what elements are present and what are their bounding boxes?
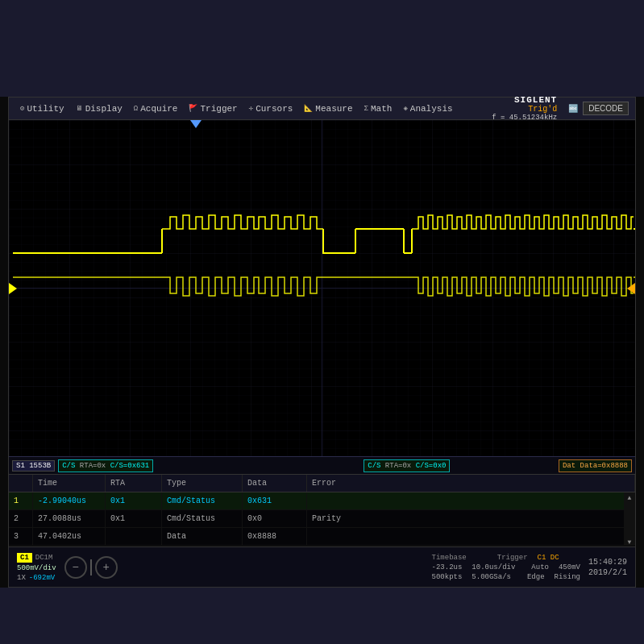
td-time-3: 47.0402us	[33, 528, 106, 545]
table-scrollbar[interactable]: ▲ ▼	[624, 492, 635, 546]
datetime-display: 15:40:29 2019/2/1	[588, 558, 627, 577]
td-type-1: Cmd/Status	[162, 492, 243, 509]
th-error: Error	[307, 475, 635, 492]
td-rta-3	[106, 528, 162, 545]
trigger-type: Edge	[527, 573, 545, 581]
trigger-arrow-top	[190, 120, 202, 128]
menu-measure[interactable]: 📐 Measure	[299, 102, 357, 115]
trigger-level: 450mV	[559, 563, 580, 571]
decode-button[interactable]: DECODE	[583, 102, 629, 115]
utility-icon: ⚙	[20, 104, 24, 113]
channel-info: C1 DC1M 500mV/div 1X -692mV	[17, 553, 56, 582]
menu-cursors[interactable]: ✛ Cursors	[244, 102, 298, 115]
scope-container: ⚙ Utility 🖥 Display Ω Acquire 🚩 Trigger …	[8, 97, 636, 588]
bottom-padding	[0, 588, 644, 644]
table-row[interactable]: 1 -2.99040us 0x1 Cmd/Status 0x631	[9, 492, 635, 510]
menu-utility[interactable]: ⚙ Utility	[15, 102, 69, 115]
status-bar: C1 DC1M 500mV/div 1X -692mV − + Timebas	[9, 546, 635, 587]
knob-minus[interactable]: −	[64, 556, 87, 579]
th-num	[9, 475, 33, 492]
timebase-position: -23.2us	[432, 563, 463, 571]
measure-icon: 📐	[304, 104, 313, 113]
td-error-2: Parity	[307, 510, 635, 527]
ch1-probe: 1X	[17, 574, 26, 582]
timebase-samplerate: 5.00GSa/s	[472, 573, 511, 581]
analysis-icon: ◈	[403, 104, 407, 113]
trigger-direction: Rising	[555, 573, 580, 581]
table-row[interactable]: 3 47.0402us Data 0x8888	[9, 528, 635, 546]
math-icon: Σ	[364, 105, 368, 113]
menu-trigger[interactable]: 🚩 Trigger	[184, 102, 242, 115]
decode-segment-3: Dat Data=0x8888	[559, 459, 632, 472]
th-type: Type	[162, 475, 243, 492]
timebase-label: Timebase	[432, 554, 467, 562]
knob-plus[interactable]: +	[95, 556, 118, 579]
decode-segment-1: C/S RTA=0x C/S=0x631	[58, 459, 153, 472]
time-display: 15:40:29	[588, 558, 627, 567]
brand-name: SIGLENT	[514, 95, 557, 105]
td-time-2: 27.0088us	[33, 510, 106, 527]
ch1-coupling: DC1M	[35, 554, 53, 562]
decode-channel-label: S1 1553B	[12, 460, 55, 472]
decode-bar: S1 1553B C/S RTA=0x C/S=0x631 C/S RTA=0x…	[9, 456, 635, 474]
scroll-up-arrow[interactable]: ▲	[628, 494, 632, 501]
td-type-2: Cmd/Status	[162, 510, 243, 527]
table-body: 1 -2.99040us 0x1 Cmd/Status 0x631 2 27.0…	[9, 492, 635, 546]
td-type-3: Data	[162, 528, 243, 545]
td-num-1: 1	[9, 492, 33, 509]
acquire-icon: Ω	[134, 105, 138, 113]
cursors-icon: ✛	[249, 104, 253, 113]
timebase-scale: 10.0us/div	[472, 563, 515, 571]
ch1-indicator	[9, 283, 17, 294]
th-data: Data	[243, 475, 307, 492]
table-header: Time RTA Type Data Error	[9, 475, 635, 492]
top-padding	[0, 0, 644, 97]
timebase-memory: 500kpts	[432, 573, 463, 581]
table-row[interactable]: 2 27.0088us 0x1 Cmd/Status 0x0 Parity	[9, 510, 635, 528]
td-error-3	[307, 528, 635, 545]
waveform-area	[9, 120, 635, 456]
td-num-2: 2	[9, 510, 33, 527]
timebase-section: Timebase Trigger C1 DC -23.2us 10.0us/di…	[432, 554, 580, 581]
td-num-3: 3	[9, 528, 33, 545]
brand-area: SIGLENT Trig'd f = 45.51234kHz	[492, 95, 557, 122]
ch1-badge: C1	[17, 553, 32, 563]
trigger-icon: 🚩	[189, 104, 197, 113]
ch1-scale: 500mV/div	[17, 564, 56, 572]
decode-segment-2: C/S RTA=0x C/S=0x0	[364, 459, 450, 472]
th-time: Time	[33, 475, 106, 492]
ch1-offset: -692mV	[29, 574, 55, 582]
menu-bar: ⚙ Utility 🖥 Display Ω Acquire 🚩 Trigger …	[9, 98, 635, 120]
td-error-1	[307, 492, 635, 509]
td-rta-1: 0x1	[106, 492, 162, 509]
display-icon: 🖥	[76, 104, 83, 113]
knob-divider	[90, 559, 92, 575]
brand-status: Trig'd	[528, 105, 557, 114]
scroll-down-arrow[interactable]: ▼	[628, 538, 632, 546]
trigger-channel: C1 DC	[538, 554, 559, 562]
td-rta-2: 0x1	[106, 510, 162, 527]
td-data-3: 0x8888	[243, 528, 307, 545]
td-data-1: 0x631	[243, 492, 307, 509]
trigger-label: Trigger	[497, 554, 528, 562]
date-display: 2019/2/1	[588, 568, 627, 577]
menu-acquire[interactable]: Ω Acquire	[129, 102, 183, 115]
trigger-mode: Auto	[531, 563, 549, 571]
ch-controls: − +	[64, 556, 118, 579]
waveform-svg	[9, 120, 635, 456]
decode-icon: 🔤	[568, 104, 578, 114]
td-data-2: 0x0	[243, 510, 307, 527]
trigger-indicator	[627, 283, 635, 294]
menu-math[interactable]: Σ Math	[359, 102, 397, 115]
th-rta: RTA	[106, 475, 162, 492]
data-table-area: Time RTA Type Data Error 1 -2.99040us 0x…	[9, 474, 635, 546]
menu-display[interactable]: 🖥 Display	[71, 102, 127, 115]
menu-analysis[interactable]: ◈ Analysis	[398, 102, 457, 115]
td-time-1: -2.99040us	[33, 492, 106, 509]
